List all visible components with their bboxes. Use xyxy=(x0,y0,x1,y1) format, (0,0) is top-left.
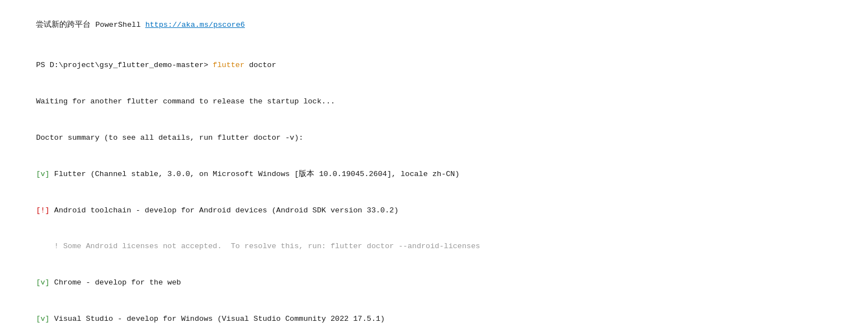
intro-text: 尝试新的跨平台 PowerShell xyxy=(36,21,145,29)
prompt-line: PS D:\project\gsy_flutter_demo-master> f… xyxy=(18,48,857,84)
header-line: 尝试新的跨平台 PowerShell https://aka.ms/pscore… xyxy=(18,7,857,43)
prompt-text: PS D:\project\gsy_flutter_demo-master> xyxy=(36,61,213,69)
visual-studio-line: [v] Visual Studio - develop for Windows … xyxy=(18,301,857,332)
flutter-command: flutter xyxy=(213,61,244,69)
pscore6-link[interactable]: https://aka.ms/pscore6 xyxy=(145,21,245,29)
waiting-line: Waiting for another flutter command to r… xyxy=(18,84,857,120)
vs-info: Visual Studio - develop for Windows (Vis… xyxy=(50,315,385,323)
doctor-summary-line: Doctor summary (to see all details, run … xyxy=(18,120,857,156)
android-toolchain-line: [!] Android toolchain - develop for Andr… xyxy=(18,192,857,229)
bracket-v-1: [v] xyxy=(36,170,49,178)
bracket-exclaim-1: [!] xyxy=(36,206,49,215)
spacer1 xyxy=(18,43,857,48)
chrome-info: Chrome - develop for the web xyxy=(50,278,181,287)
android-licenses-line: ! Some Android licenses not accepted. To… xyxy=(18,229,857,265)
flutter-info: Flutter (Channel stable, 3.0.0, on Micro… xyxy=(50,170,460,178)
bracket-v-3: [v] xyxy=(36,315,49,323)
flutter-version-line: [v] Flutter (Channel stable, 3.0.0, on M… xyxy=(18,156,857,192)
terminal-output: 尝试新的跨平台 PowerShell https://aka.ms/pscore… xyxy=(0,0,868,332)
doctor-command: doctor xyxy=(244,61,276,69)
android-toolchain-info: Android toolchain - develop for Android … xyxy=(50,206,399,215)
chrome-line: [v] Chrome - develop for the web xyxy=(18,264,857,301)
android-licenses-text: ! Some Android licenses not accepted. To… xyxy=(36,242,480,250)
bracket-v-2: [v] xyxy=(36,278,49,287)
